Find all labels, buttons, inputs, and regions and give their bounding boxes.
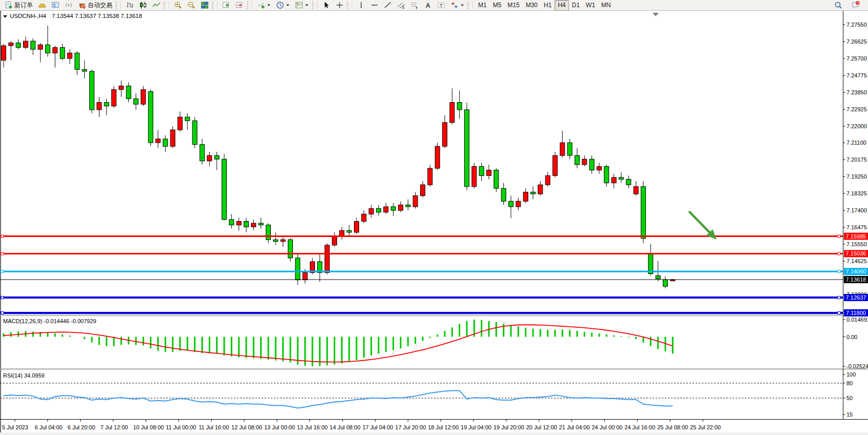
svg-text:7.26625: 7.26625 — [846, 38, 867, 45]
svg-text:19 Jul 04:00: 19 Jul 04:00 — [461, 424, 491, 430]
svg-text:10 Jul 08:00: 10 Jul 08:00 — [133, 424, 164, 430]
svg-text:7.24775: 7.24775 — [846, 72, 867, 78]
bars-chart-icon — [126, 1, 134, 9]
svg-text:7.14060: 7.14060 — [846, 268, 866, 274]
toolbar-separator — [252, 1, 252, 9]
svg-text:12 Jul 08:00: 12 Jul 08:00 — [231, 424, 262, 430]
macd-label: MACD(12,26,9) -0.014446 -0.007929 — [3, 318, 96, 324]
line-chart-icon — [152, 1, 161, 9]
text-label-icon: T — [437, 1, 445, 9]
dropdown-arrow-icon — [267, 1, 271, 9]
equidistant-channel-button[interactable]: E — [394, 0, 408, 11]
toolbar-separator — [217, 1, 218, 9]
svg-text:F: F — [416, 6, 418, 10]
svg-text:7.13618: 7.13618 — [846, 276, 866, 283]
bar-chart-button[interactable] — [123, 0, 136, 11]
periods-button[interactable] — [273, 0, 292, 11]
editor-icon — [51, 1, 60, 9]
gold-button[interactable] — [35, 0, 49, 11]
svg-text:13 Jul 00:00: 13 Jul 00:00 — [264, 424, 295, 430]
svg-text:100: 100 — [846, 371, 856, 378]
timeframe-m5-button[interactable]: M5 — [490, 0, 505, 11]
vertical-line-button[interactable] — [354, 0, 368, 11]
auto-scroll-button[interactable] — [220, 0, 233, 11]
toolbar-separator — [121, 1, 121, 9]
tile-windows-icon — [201, 1, 209, 9]
svg-text:0.00: 0.00 — [846, 334, 857, 340]
chart-area[interactable]: 7.275507.266257.257007.247757.238507.229… — [0, 0, 868, 435]
svg-text:1: 1 — [857, 1, 859, 6]
notifications-button[interactable]: 1 — [849, 0, 863, 11]
search-button[interactable] — [832, 0, 845, 11]
dropdown-arrow-icon — [286, 1, 290, 9]
candle-chart-button[interactable] — [136, 0, 150, 11]
templates-button[interactable] — [292, 0, 311, 11]
new-order-button[interactable]: 新订单 — [2, 0, 35, 11]
timeframe-d1-button[interactable]: D1 — [569, 0, 583, 11]
price-badge-7.13618: 7.13618 — [844, 276, 868, 283]
auto-scroll-icon — [222, 1, 230, 9]
toolbar-grip — [212, 2, 213, 9]
svg-text:E: E — [403, 6, 405, 9]
trendline-button[interactable] — [381, 0, 394, 11]
svg-text:0.014691: 0.014691 — [846, 317, 868, 323]
toolbar-grip — [312, 2, 313, 9]
timeframe-m15-button[interactable]: M15 — [504, 0, 522, 11]
price-badge-7.11800: 7.11800 — [844, 309, 868, 317]
svg-text:7.21100: 7.21100 — [846, 140, 866, 146]
svg-text:11 Jul 00:00: 11 Jul 00:00 — [166, 424, 196, 430]
svg-text:7.12637: 7.12637 — [846, 294, 866, 301]
cursor-button[interactable] — [320, 0, 333, 11]
svg-text:17 Jul 20:00: 17 Jul 20:00 — [395, 424, 426, 430]
cursor-icon — [322, 1, 330, 9]
broadcast-button[interactable] — [62, 0, 75, 11]
toolbar-grip — [247, 2, 248, 9]
svg-text:14 Jul 08:00: 14 Jul 08:00 — [330, 424, 361, 430]
fibonacci-button[interactable]: F — [408, 0, 421, 11]
price-badge-7.12637: 7.12637 — [844, 294, 868, 301]
arrows-icon — [450, 1, 459, 9]
indicators-button[interactable] — [254, 0, 273, 11]
gold-icon — [38, 1, 46, 9]
svg-text:7.25700: 7.25700 — [846, 55, 867, 62]
svg-text:80: 80 — [846, 380, 853, 386]
editor-button[interactable] — [49, 0, 62, 11]
svg-text:7.18325: 7.18325 — [846, 190, 867, 196]
svg-text:7.14625: 7.14625 — [846, 258, 867, 264]
price-badge-7.15985: 7.15985 — [844, 233, 868, 240]
toolbar-grip — [347, 2, 348, 9]
horizontal-line-7.11800[interactable] — [0, 311, 843, 314]
horizontal-line-button[interactable] — [368, 0, 381, 11]
auto-trading-button[interactable]: 自动交易 — [75, 0, 115, 11]
text-label-button[interactable]: T — [435, 0, 448, 11]
svg-text:7.16475: 7.16475 — [846, 224, 867, 230]
horizontal-line-icon — [370, 1, 379, 9]
svg-text:50: 50 — [846, 395, 853, 401]
timeframe-h1-button[interactable]: H1 — [541, 0, 555, 11]
timeframe-mn-button[interactable]: MN — [598, 0, 614, 11]
crosshair-button[interactable] — [333, 0, 346, 11]
broadcast-icon — [65, 1, 73, 9]
timeframe-m30-button[interactable]: M30 — [523, 0, 541, 11]
timeframe-m1-button[interactable]: M1 — [475, 0, 490, 11]
timeframe-h4-button[interactable]: H4 — [555, 0, 568, 11]
candle-chart-icon — [139, 1, 147, 9]
templates-icon — [295, 1, 303, 9]
zoom-out-button[interactable] — [185, 0, 198, 11]
timeframe-w1-button[interactable]: W1 — [583, 0, 598, 11]
rsi-label: RSI(14) 34.0959 — [3, 372, 45, 379]
chart-shift-button[interactable] — [233, 0, 246, 11]
svg-text:18 Jul 12:00: 18 Jul 12:00 — [428, 424, 459, 430]
horizontal-line-7.12637[interactable] — [0, 296, 843, 299]
text-button[interactable]: A — [421, 0, 435, 11]
tile-windows-button[interactable] — [198, 0, 211, 11]
fibonacci-icon: F — [410, 1, 419, 9]
line-chart-button[interactable] — [150, 0, 163, 11]
svg-text:7 Jul 12:00: 7 Jul 12:00 — [101, 424, 128, 430]
svg-text:11 Jul 16:00: 11 Jul 16:00 — [199, 424, 229, 430]
svg-text:-0.02524: -0.02524 — [846, 363, 868, 369]
zoom-in-button[interactable] — [171, 0, 185, 11]
svg-text:7.27550: 7.27550 — [846, 22, 867, 28]
arrows-button[interactable] — [448, 0, 467, 11]
periods-icon — [276, 1, 284, 9]
